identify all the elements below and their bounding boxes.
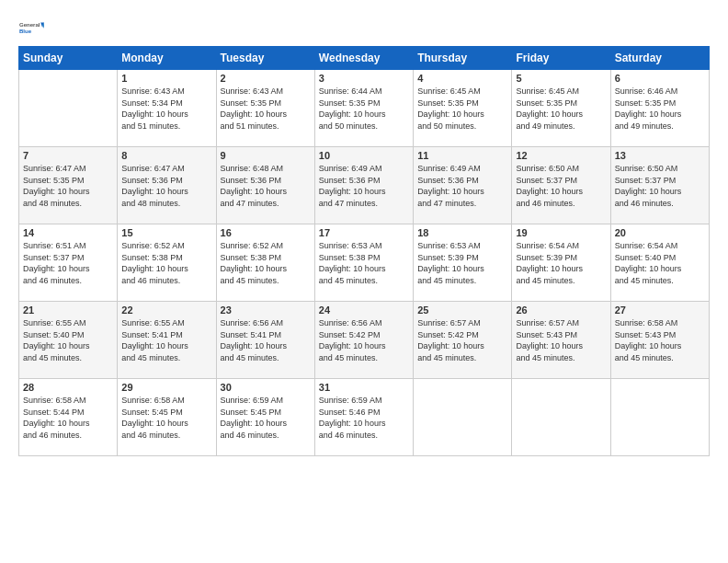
day-number: 20 [615,227,705,238]
day-number: 28 [23,382,113,393]
logo: General Blue [18,15,46,40]
day-info: Sunrise: 6:58 AMSunset: 5:43 PMDaylight:… [615,317,705,363]
day-number: 15 [121,227,211,238]
day-number: 17 [319,227,409,238]
day-info: Sunrise: 6:47 AMSunset: 5:35 PMDaylight:… [23,163,113,209]
day-number: 26 [516,304,606,316]
day-number: 12 [516,150,606,161]
day-info: Sunrise: 6:50 AMSunset: 5:37 PMDaylight:… [516,163,606,209]
calendar-cell: 13Sunrise: 6:50 AMSunset: 5:37 PMDayligh… [610,147,709,224]
svg-text:General: General [19,22,40,28]
day-info: Sunrise: 6:44 AMSunset: 5:35 PMDaylight:… [319,86,409,132]
day-number: 7 [23,150,113,161]
day-number: 25 [417,304,507,316]
weekday-header-friday: Friday [512,47,610,70]
day-number: 24 [319,304,409,316]
calendar-cell [414,379,512,456]
calendar-cell: 27Sunrise: 6:58 AMSunset: 5:43 PMDayligh… [610,302,709,379]
day-info: Sunrise: 6:56 AMSunset: 5:42 PMDaylight:… [319,317,409,363]
day-number: 23 [221,304,311,316]
day-number: 30 [221,382,311,393]
calendar-cell: 10Sunrise: 6:49 AMSunset: 5:36 PMDayligh… [314,147,413,224]
day-number: 6 [615,73,705,84]
calendar-cell: 1Sunrise: 6:43 AMSunset: 5:34 PMDaylight… [118,70,216,147]
calendar-cell: 17Sunrise: 6:53 AMSunset: 5:38 PMDayligh… [314,224,413,302]
weekday-header-thursday: Thursday [414,47,512,70]
day-info: Sunrise: 6:50 AMSunset: 5:37 PMDaylight:… [615,163,705,209]
calendar-cell: 12Sunrise: 6:50 AMSunset: 5:37 PMDayligh… [512,147,610,224]
day-info: Sunrise: 6:59 AMSunset: 5:45 PMDaylight:… [221,395,311,441]
day-info: Sunrise: 6:57 AMSunset: 5:42 PMDaylight:… [417,317,507,363]
day-info: Sunrise: 6:52 AMSunset: 5:38 PMDaylight:… [221,240,311,286]
day-number: 14 [23,227,113,238]
day-info: Sunrise: 6:48 AMSunset: 5:36 PMDaylight:… [221,163,311,209]
day-info: Sunrise: 6:49 AMSunset: 5:36 PMDaylight:… [417,163,507,209]
calendar-cell: 23Sunrise: 6:56 AMSunset: 5:41 PMDayligh… [216,302,314,379]
weekday-header-tuesday: Tuesday [216,47,314,70]
calendar-header: SundayMondayTuesdayWednesdayThursdayFrid… [19,47,710,70]
day-number: 18 [417,227,507,238]
day-number: 11 [417,150,507,161]
day-info: Sunrise: 6:54 AMSunset: 5:40 PMDaylight:… [615,240,705,286]
day-number: 9 [221,150,311,161]
day-info: Sunrise: 6:51 AMSunset: 5:37 PMDaylight:… [23,240,113,286]
calendar-cell: 22Sunrise: 6:55 AMSunset: 5:41 PMDayligh… [118,302,216,379]
day-number: 31 [319,382,409,393]
weekday-header-sunday: Sunday [19,47,118,70]
calendar-cell: 28Sunrise: 6:58 AMSunset: 5:44 PMDayligh… [19,379,118,456]
week-row-1: 1Sunrise: 6:43 AMSunset: 5:34 PMDaylight… [19,70,710,147]
weekday-row: SundayMondayTuesdayWednesdayThursdayFrid… [19,47,710,70]
day-info: Sunrise: 6:49 AMSunset: 5:36 PMDaylight:… [319,163,409,209]
day-info: Sunrise: 6:58 AMSunset: 5:44 PMDaylight:… [23,395,113,441]
calendar-cell: 15Sunrise: 6:52 AMSunset: 5:38 PMDayligh… [118,224,216,302]
calendar-cell: 11Sunrise: 6:49 AMSunset: 5:36 PMDayligh… [414,147,512,224]
calendar-cell: 7Sunrise: 6:47 AMSunset: 5:35 PMDaylight… [19,147,118,224]
calendar-cell [19,70,118,147]
weekday-header-wednesday: Wednesday [314,47,413,70]
day-info: Sunrise: 6:54 AMSunset: 5:39 PMDaylight:… [516,240,606,286]
calendar-cell: 14Sunrise: 6:51 AMSunset: 5:37 PMDayligh… [19,224,118,302]
calendar-cell [512,379,610,456]
week-row-2: 7Sunrise: 6:47 AMSunset: 5:35 PMDaylight… [19,147,710,224]
day-number: 3 [319,73,409,84]
calendar-cell: 20Sunrise: 6:54 AMSunset: 5:40 PMDayligh… [610,224,709,302]
day-info: Sunrise: 6:59 AMSunset: 5:46 PMDaylight:… [319,395,409,441]
calendar-cell: 24Sunrise: 6:56 AMSunset: 5:42 PMDayligh… [314,302,413,379]
day-number: 1 [121,73,211,84]
logo-icon: General Blue [18,15,44,40]
calendar-cell: 6Sunrise: 6:46 AMSunset: 5:35 PMDaylight… [610,70,709,147]
day-number: 5 [516,73,606,84]
calendar-cell: 21Sunrise: 6:55 AMSunset: 5:40 PMDayligh… [19,302,118,379]
page: General Blue SundayMondayTuesdayWednesda… [0,0,728,563]
day-info: Sunrise: 6:58 AMSunset: 5:45 PMDaylight:… [121,395,211,441]
day-info: Sunrise: 6:53 AMSunset: 5:39 PMDaylight:… [417,240,507,286]
calendar-cell: 8Sunrise: 6:47 AMSunset: 5:36 PMDaylight… [118,147,216,224]
svg-text:Blue: Blue [19,29,32,34]
day-info: Sunrise: 6:55 AMSunset: 5:40 PMDaylight:… [23,317,113,363]
calendar-cell: 19Sunrise: 6:54 AMSunset: 5:39 PMDayligh… [512,224,610,302]
day-number: 13 [615,150,705,161]
calendar-cell: 31Sunrise: 6:59 AMSunset: 5:46 PMDayligh… [314,379,413,456]
day-info: Sunrise: 6:52 AMSunset: 5:38 PMDaylight:… [121,240,211,286]
day-number: 21 [23,304,113,316]
day-number: 22 [121,304,211,316]
calendar-cell: 30Sunrise: 6:59 AMSunset: 5:45 PMDayligh… [216,379,314,456]
week-row-3: 14Sunrise: 6:51 AMSunset: 5:37 PMDayligh… [19,224,710,302]
day-number: 27 [615,304,705,316]
calendar-cell: 4Sunrise: 6:45 AMSunset: 5:35 PMDaylight… [414,70,512,147]
calendar-cell: 5Sunrise: 6:45 AMSunset: 5:35 PMDaylight… [512,70,610,147]
day-number: 19 [516,227,606,238]
weekday-header-saturday: Saturday [610,47,709,70]
day-info: Sunrise: 6:55 AMSunset: 5:41 PMDaylight:… [121,317,211,363]
day-info: Sunrise: 6:45 AMSunset: 5:35 PMDaylight:… [417,86,507,132]
calendar-cell: 25Sunrise: 6:57 AMSunset: 5:42 PMDayligh… [414,302,512,379]
day-info: Sunrise: 6:46 AMSunset: 5:35 PMDaylight:… [615,86,705,132]
day-number: 16 [221,227,311,238]
day-info: Sunrise: 6:53 AMSunset: 5:38 PMDaylight:… [319,240,409,286]
calendar-cell: 29Sunrise: 6:58 AMSunset: 5:45 PMDayligh… [118,379,216,456]
header: General Blue [18,15,710,40]
week-row-5: 28Sunrise: 6:58 AMSunset: 5:44 PMDayligh… [19,379,710,456]
calendar-cell: 9Sunrise: 6:48 AMSunset: 5:36 PMDaylight… [216,147,314,224]
day-number: 2 [221,73,311,84]
day-info: Sunrise: 6:47 AMSunset: 5:36 PMDaylight:… [121,163,211,209]
